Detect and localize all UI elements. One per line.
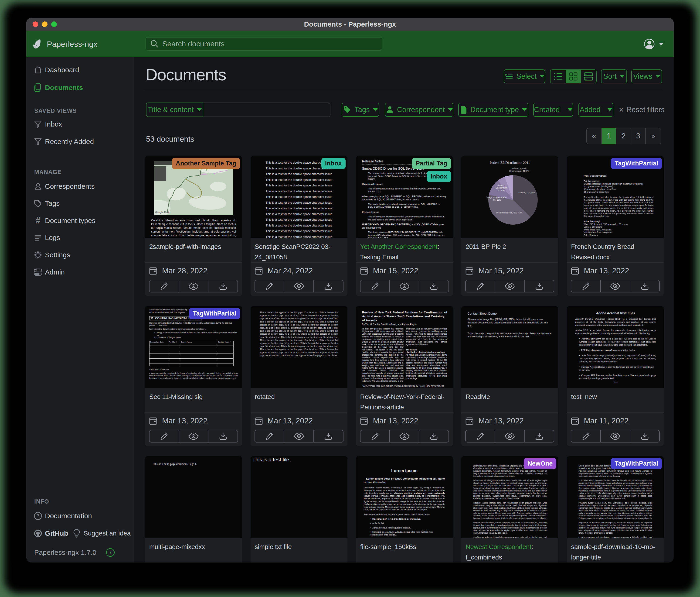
svg-text:?: ? (36, 513, 39, 518)
svg-text:i: i (109, 549, 111, 555)
